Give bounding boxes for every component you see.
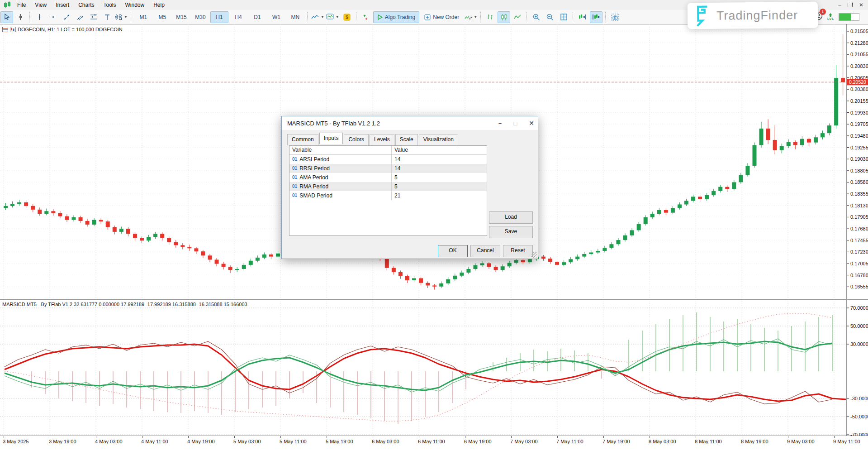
timeframe-h4[interactable]: H4 <box>229 11 247 23</box>
trendline-button[interactable] <box>60 11 73 23</box>
tab-colors[interactable]: Colors <box>344 134 369 145</box>
resize-grip[interactable] <box>531 252 537 258</box>
menu-item-view[interactable]: View <box>30 0 51 10</box>
time-label: 5 May 19:00 <box>326 439 353 444</box>
candlestick-chart-button[interactable] <box>498 11 510 23</box>
menu-item-insert[interactable]: Insert <box>51 0 74 10</box>
tick-arrows-button[interactable] <box>360 11 372 23</box>
time-label: 4 May 03:00 <box>95 439 123 444</box>
dialog-minimize-icon[interactable]: − <box>498 120 502 127</box>
zoom-in-button[interactable] <box>530 11 543 23</box>
table-row[interactable]: 01RMA Period5 <box>289 182 487 191</box>
app-close-icon[interactable]: ✕ <box>859 2 863 8</box>
table-row[interactable]: 01SMAD Period21 <box>289 191 487 200</box>
value-cell[interactable]: 21 <box>392 191 487 200</box>
app-restore-icon[interactable] <box>848 3 853 7</box>
crosshair-button[interactable] <box>14 11 27 23</box>
menu-item-tools[interactable]: Tools <box>99 0 121 10</box>
variable-name: ARSI Period <box>299 155 329 164</box>
dialog-title: MARSICD MT5 - By TFlab V1.2 1.2 <box>287 120 380 127</box>
screenshot-button[interactable] <box>609 11 621 23</box>
text-tool-button[interactable] <box>101 11 114 23</box>
time-axis[interactable]: 3 May 20253 May 19:004 May 03:004 May 11… <box>0 436 868 451</box>
tab-scale[interactable]: Scale <box>395 134 418 145</box>
tab-common[interactable]: Common <box>287 134 318 145</box>
vertical-line-button[interactable] <box>33 11 46 23</box>
indicator-label: MARSICD MT5 - By TFlab V1.2 32.631777 0.… <box>2 302 247 307</box>
new-order-button[interactable]: New Order <box>420 11 463 23</box>
dialog-close-icon[interactable]: ✕ <box>529 120 534 127</box>
indicator-tick-label: -30.000000 <box>850 396 868 401</box>
column-variable[interactable]: Variable <box>289 146 392 154</box>
horizontal-line-button[interactable] <box>47 11 59 23</box>
series-maroon-raw <box>5 341 832 404</box>
vertical-line-icon <box>36 14 43 20</box>
line-chart-button[interactable] <box>511 11 524 23</box>
cursor-button[interactable] <box>0 11 13 23</box>
channel-icon <box>77 14 84 20</box>
numeric-input-icon: 01 <box>292 182 297 191</box>
load-button[interactable]: Load <box>489 211 533 224</box>
indicators-button[interactable]: ▼ <box>311 11 325 23</box>
table-row[interactable]: 01ARSI Period14 <box>289 155 487 164</box>
variable-cell: 01AMA Period <box>289 173 392 182</box>
line-chart-icon <box>514 14 521 20</box>
dialog-titlebar[interactable]: MARSICD MT5 - By TFlab V1.2 1.2 − □ ✕ <box>282 116 538 130</box>
column-value[interactable]: Value <box>392 146 487 154</box>
cancel-button[interactable]: Cancel <box>470 245 500 257</box>
timeframe-m30[interactable]: M30 <box>191 11 209 23</box>
value-cell[interactable]: 5 <box>392 182 487 191</box>
algo-trading-button[interactable]: Algo Trading <box>373 11 419 23</box>
menu-item-help[interactable]: Help <box>149 0 169 10</box>
auto-scroll-button[interactable] <box>590 11 602 23</box>
timeframe-h1[interactable]: H1 <box>210 11 228 23</box>
equidistant-lines-button[interactable] <box>87 11 100 23</box>
timeframe-m15[interactable]: M15 <box>172 11 190 23</box>
save-button[interactable]: Save <box>489 226 533 238</box>
app-minimize-icon[interactable]: – <box>838 2 841 8</box>
chart-objects-button[interactable]: ▼ <box>464 11 478 23</box>
indicator-settings-dialog: MARSICD MT5 - By TFlab V1.2 1.2 − □ ✕ Co… <box>281 116 538 259</box>
reset-button[interactable]: Reset <box>503 245 533 257</box>
oscillators-button[interactable]: ▼ <box>326 11 340 23</box>
indicator-panel[interactable]: MARSICD MT5 - By TFlab V1.2 32.631777 0.… <box>0 300 868 436</box>
indicators-icon <box>311 14 319 20</box>
timeframe-mn[interactable]: MN <box>286 11 304 23</box>
timeframe-m5[interactable]: M5 <box>153 11 171 23</box>
chevron-down-icon: ▼ <box>321 15 324 19</box>
table-row[interactable]: 01RRSI Period14 <box>289 164 487 173</box>
tab-inputs[interactable]: Inputs <box>319 133 343 144</box>
variable-cell: 01ARSI Period <box>289 155 392 164</box>
tab-visualization[interactable]: Visualization <box>419 134 458 145</box>
svg-text:$: $ <box>346 14 348 20</box>
dialog-maximize-icon[interactable]: □ <box>513 120 517 127</box>
currency-button[interactable]: $ <box>341 11 353 23</box>
value-cell[interactable]: 14 <box>392 155 487 164</box>
window-controls: – ✕ <box>838 0 866 10</box>
timeframe-d1[interactable]: D1 <box>248 11 266 23</box>
menu-item-file[interactable]: File <box>13 0 30 10</box>
price-tick-label: 0.18805 <box>850 168 868 173</box>
timeframe-w1[interactable]: W1 <box>267 11 285 23</box>
time-label: 4 May 11:00 <box>141 439 168 444</box>
zoom-out-button[interactable] <box>544 11 556 23</box>
variable-cell: 01SMAD Period <box>289 191 392 200</box>
tile-windows-button[interactable] <box>557 11 570 23</box>
menu-item-window[interactable]: Window <box>121 0 149 10</box>
value-cell[interactable]: 14 <box>392 164 487 173</box>
inputs-table[interactable]: VariableValue01ARSI Period1401RRSI Perio… <box>289 145 487 236</box>
table-row[interactable]: 01AMA Period5 <box>289 173 487 182</box>
menu-item-charts[interactable]: Charts <box>74 0 99 10</box>
numeric-input-icon: 01 <box>292 155 297 164</box>
currency-icon: $ <box>343 14 351 21</box>
value-cell[interactable]: 5 <box>392 173 487 182</box>
oscillator-plot: 70.00000050.00000030.000000-30.000000-50… <box>0 300 868 436</box>
channel-button[interactable] <box>74 11 86 23</box>
ok-button[interactable]: OK <box>438 245 468 257</box>
shapes-button[interactable]: ▼ <box>114 11 128 23</box>
tab-levels[interactable]: Levels <box>370 134 394 145</box>
timeframe-m1[interactable]: M1 <box>134 11 152 23</box>
shift-end-button[interactable] <box>576 11 589 23</box>
indicator-tick-label: 30.000000 <box>850 341 868 347</box>
bar-chart-button[interactable] <box>484 11 497 23</box>
